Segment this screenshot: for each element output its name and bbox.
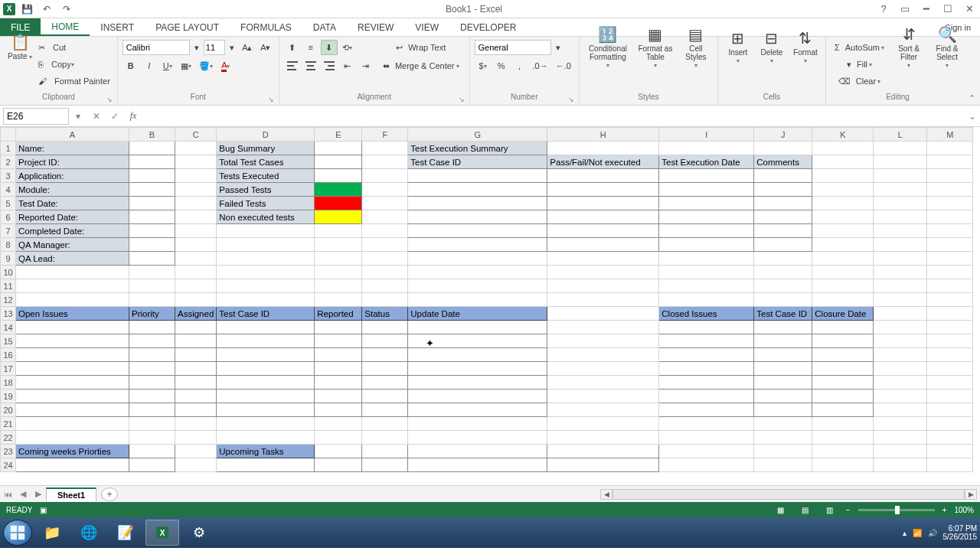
cell[interactable] — [927, 169, 973, 183]
cell[interactable] — [547, 376, 659, 390]
cell[interactable] — [175, 293, 217, 307]
cell[interactable]: Passed Tests — [217, 183, 315, 197]
cell[interactable] — [217, 252, 315, 266]
cell[interactable] — [362, 279, 408, 293]
cell[interactable] — [217, 458, 315, 472]
cell[interactable] — [812, 293, 874, 307]
row-header[interactable]: 17 — [1, 362, 16, 376]
cell[interactable] — [874, 266, 927, 279]
taskbar-chrome-icon[interactable]: 🌐 — [72, 520, 106, 546]
collapse-ribbon-button[interactable]: ⌃ — [969, 93, 975, 103]
cell[interactable] — [129, 279, 175, 293]
cell[interactable] — [812, 403, 874, 417]
cell[interactable] — [408, 458, 547, 472]
cell[interactable] — [927, 142, 973, 155]
taskbar-explorer-icon[interactable]: 📁 — [35, 520, 69, 546]
col-header-H[interactable]: H — [547, 128, 659, 142]
cell[interactable] — [175, 279, 217, 293]
tray-network-icon[interactable]: 📶 — [913, 529, 922, 537]
cell[interactable] — [175, 362, 217, 376]
row-header[interactable]: 10 — [1, 266, 16, 279]
col-header-G[interactable]: G — [408, 128, 547, 142]
cell[interactable] — [547, 362, 659, 376]
name-box-input[interactable] — [3, 108, 69, 125]
cell[interactable] — [754, 362, 812, 376]
cell[interactable] — [362, 266, 408, 279]
cell[interactable] — [659, 293, 754, 307]
paste-button[interactable]: 📋 Paste — [5, 40, 35, 55]
cell[interactable] — [927, 417, 973, 431]
row-header[interactable]: 14 — [1, 321, 16, 334]
col-header-L[interactable]: L — [874, 128, 927, 142]
cell[interactable] — [659, 224, 754, 238]
cell[interactable]: Assigned — [175, 307, 217, 321]
cell[interactable] — [547, 252, 659, 266]
cell[interactable] — [175, 266, 217, 279]
cell[interactable] — [754, 183, 812, 197]
cell[interactable] — [547, 142, 659, 155]
taskbar-notepad-icon[interactable]: 📝 — [109, 520, 142, 546]
cell[interactable]: Test Case ID — [754, 307, 812, 321]
cell[interactable] — [408, 431, 547, 445]
cell[interactable]: Pass/Fail/Not executed — [547, 155, 659, 169]
cell[interactable] — [315, 458, 362, 472]
cell[interactable]: Non executed tests — [217, 210, 315, 224]
cell[interactable] — [315, 210, 362, 224]
cell[interactable] — [754, 458, 812, 472]
cell[interactable] — [16, 293, 129, 307]
cell[interactable] — [217, 334, 315, 348]
cell[interactable] — [129, 238, 175, 252]
cell[interactable] — [362, 390, 408, 403]
cell[interactable] — [129, 224, 175, 238]
cell[interactable] — [874, 431, 927, 445]
cell[interactable] — [175, 183, 217, 197]
cell[interactable] — [362, 348, 408, 362]
cell[interactable] — [874, 224, 927, 238]
cell[interactable] — [927, 238, 973, 252]
cell[interactable] — [812, 238, 874, 252]
cell[interactable] — [927, 334, 973, 348]
cut-button[interactable]: Cut — [51, 40, 68, 55]
cell[interactable] — [659, 210, 754, 224]
row-header[interactable]: 20 — [1, 403, 16, 417]
cell[interactable] — [175, 458, 217, 472]
cell[interactable] — [362, 445, 408, 458]
align-top-button[interactable]: ⬆ — [284, 40, 301, 55]
col-header-E[interactable]: E — [315, 128, 362, 142]
cell[interactable] — [408, 224, 547, 238]
cell[interactable] — [315, 238, 362, 252]
cell[interactable] — [927, 362, 973, 376]
new-sheet-button[interactable]: + — [101, 487, 118, 501]
cell[interactable] — [659, 403, 754, 417]
cell[interactable] — [217, 266, 315, 279]
number-format-dropdown[interactable]: ▾ — [553, 40, 564, 55]
taskbar-excel-icon[interactable]: X — [145, 520, 179, 546]
cell[interactable] — [362, 155, 408, 169]
cell[interactable] — [362, 334, 408, 348]
cell[interactable] — [874, 403, 927, 417]
qat-redo-button[interactable]: ↷ — [58, 2, 75, 17]
qat-undo-button[interactable]: ↶ — [38, 2, 55, 17]
row-header[interactable]: 2 — [1, 155, 16, 169]
cell[interactable] — [547, 390, 659, 403]
row-header[interactable]: 24 — [1, 458, 16, 472]
italic-button[interactable]: I — [141, 58, 158, 73]
cell[interactable] — [315, 390, 362, 403]
cell[interactable] — [754, 293, 812, 307]
cell[interactable] — [408, 210, 547, 224]
cancel-formula-button[interactable]: ✕ — [87, 107, 106, 126]
cell[interactable] — [129, 458, 175, 472]
cell[interactable] — [927, 403, 973, 417]
tab-formulas[interactable]: FORMULAS — [230, 18, 302, 36]
cell[interactable] — [129, 376, 175, 390]
cell[interactable] — [217, 293, 315, 307]
cell[interactable] — [874, 362, 927, 376]
col-header-J[interactable]: J — [754, 128, 812, 142]
cell[interactable] — [874, 155, 927, 169]
window-maximize-button[interactable]: ☐ — [937, 1, 959, 18]
cell[interactable] — [408, 403, 547, 417]
cell[interactable] — [547, 197, 659, 210]
cell[interactable]: Project ID: — [16, 155, 129, 169]
cell[interactable] — [16, 403, 129, 417]
cell[interactable] — [812, 334, 874, 348]
